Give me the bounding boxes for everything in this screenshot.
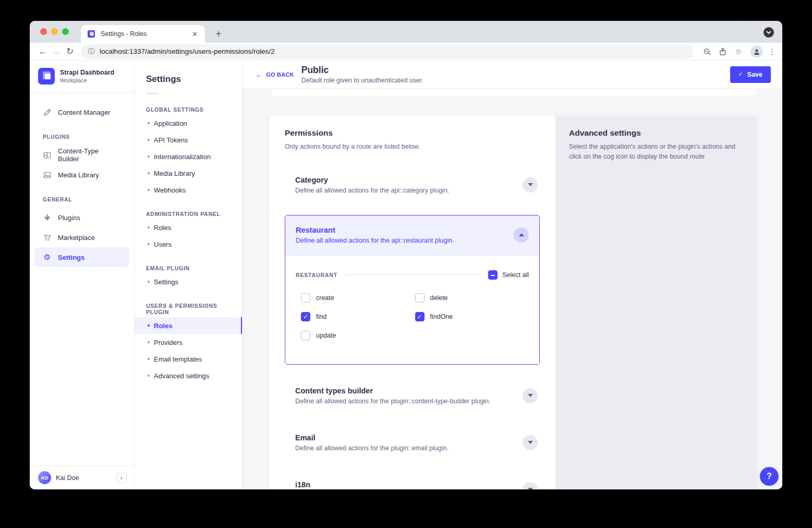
- bookmark-star-icon[interactable]: ☆: [732, 47, 745, 56]
- sidebar-item-content-manager[interactable]: Content Manager: [34, 102, 129, 122]
- collapse-sidebar-button[interactable]: ‹: [116, 473, 127, 483]
- accordion-title: Content types builder: [295, 387, 523, 395]
- chevron-down-icon: [528, 183, 533, 186]
- checkbox-create[interactable]: [301, 293, 310, 303]
- chevron-up-icon: [519, 233, 524, 236]
- site-info-icon[interactable]: ⓘ: [88, 47, 95, 56]
- subnav-item-providers[interactable]: Providers: [135, 334, 242, 351]
- permissions-checkbox-grid: create delete find: [296, 293, 529, 340]
- strapi-app: Strapi Dashboard Workplace Content Manag…: [30, 61, 782, 489]
- checkbox-delete[interactable]: [415, 293, 425, 303]
- new-tab-button[interactable]: +: [211, 27, 226, 41]
- subnav-item-up-roles[interactable]: Roles: [135, 317, 242, 334]
- tab-strip: Settings - Roles ✕ +: [30, 21, 782, 43]
- permissions-subtitle: Only actions bound by a route are listed…: [285, 142, 540, 152]
- accordion-description: Define all allowed actions for the plugi…: [295, 445, 523, 452]
- subnav-item-advanced-settings[interactable]: Advanced settings: [135, 367, 242, 384]
- gear-icon: ⚙: [43, 253, 52, 262]
- tab-close-icon[interactable]: ✕: [190, 29, 200, 39]
- browser-toolbar: ← → ↻ ⓘ localhost:1337/admin/settings/us…: [30, 43, 782, 61]
- tab-search-button[interactable]: [763, 27, 774, 38]
- puzzle-icon: [43, 213, 52, 222]
- page-header: ← GO BACK Public Default role given to u…: [243, 61, 782, 89]
- zoom-out-icon[interactable]: [700, 47, 714, 56]
- select-all-control[interactable]: Select all: [488, 270, 529, 280]
- sidebar-item-marketplace[interactable]: Marketplace: [34, 227, 129, 247]
- zoom-window-button[interactable]: [62, 28, 69, 35]
- subnav-item-internationalization[interactable]: Internationalization: [135, 148, 242, 165]
- checkbox-findone[interactable]: [415, 312, 425, 321]
- subnav-item-media-library[interactable]: Media Library: [135, 165, 242, 182]
- workspace-subtitle: Workplace: [60, 77, 114, 83]
- workspace-brand[interactable]: Strapi Dashboard Workplace: [30, 61, 134, 93]
- back-arrow-icon: ←: [256, 70, 263, 79]
- forward-button[interactable]: →: [50, 46, 63, 57]
- browser-tab[interactable]: Settings - Roles ✕: [81, 25, 205, 43]
- browser-profile-avatar[interactable]: [750, 45, 763, 58]
- main-sidebar: Strapi Dashboard Workplace Content Manag…: [30, 61, 135, 489]
- sidebar-item-label: Plugins: [58, 214, 80, 222]
- accordion-title: Email: [295, 434, 523, 442]
- browser-menu-icon[interactable]: ⋮: [768, 47, 776, 56]
- sidebar-item-label: Media Library: [58, 171, 99, 179]
- subnav-item-api-tokens[interactable]: API Tokens: [135, 131, 242, 148]
- expand-email-button[interactable]: [523, 435, 538, 450]
- minimize-window-button[interactable]: [51, 28, 58, 35]
- sidebar-item-media-library[interactable]: Media Library: [34, 165, 129, 185]
- checkbox-update[interactable]: [301, 331, 310, 340]
- expand-i18n-button[interactable]: [523, 482, 538, 489]
- expand-category-button[interactable]: [523, 177, 538, 193]
- permission-update[interactable]: update: [301, 331, 415, 340]
- page-subtitle: Default role given to unauthenticated us…: [301, 77, 423, 84]
- sidebar-item-plugins[interactable]: Plugins: [34, 208, 129, 227]
- chevron-down-icon: [528, 394, 533, 397]
- window-controls: [40, 28, 69, 35]
- image-icon: [43, 171, 52, 179]
- subnav-item-admin-roles[interactable]: Roles: [135, 219, 242, 236]
- collapse-restaurant-button[interactable]: [514, 227, 529, 243]
- address-bar[interactable]: ⓘ localhost:1337/admin/settings/users-pe…: [81, 44, 693, 59]
- checkbox-find[interactable]: [301, 312, 310, 321]
- expand-content-types-builder-button[interactable]: [523, 388, 538, 403]
- sidebar-item-settings[interactable]: ⚙ Settings: [34, 247, 129, 267]
- tab-title: Settings - Roles: [101, 30, 190, 38]
- subnav-title: Settings: [135, 61, 242, 85]
- sidebar-item-content-type-builder[interactable]: Content-Type Builder: [34, 145, 129, 165]
- accordion-description: Define all allowed actions for the api::…: [296, 237, 514, 244]
- restaurant-accordion-header[interactable]: Restaurant Define all allowed actions fo…: [285, 215, 539, 256]
- reload-button[interactable]: ↻: [63, 46, 77, 57]
- subnav-item-application[interactable]: Application: [135, 115, 242, 131]
- permission-delete[interactable]: delete: [415, 293, 529, 303]
- subnav-section-email-plugin: EMAIL PLUGIN: [135, 253, 242, 273]
- chevron-down-icon: [528, 488, 533, 489]
- permission-find[interactable]: find: [301, 312, 415, 321]
- main-content: ← GO BACK Public Default role given to u…: [243, 61, 782, 489]
- select-all-checkbox[interactable]: [488, 270, 498, 280]
- page-title: Public: [301, 65, 423, 76]
- subnav-item-webhooks[interactable]: Webhooks: [135, 182, 242, 198]
- subnav-section-administration-panel: ADMINISTRATION PANEL: [135, 198, 242, 219]
- advanced-settings-description: Select the application's actions or the …: [569, 142, 741, 162]
- subnav-item-admin-users[interactable]: Users: [135, 236, 242, 253]
- go-back-link[interactable]: ← GO BACK: [256, 70, 294, 79]
- permission-findone[interactable]: findOne: [415, 312, 529, 321]
- permission-create[interactable]: create: [301, 293, 415, 303]
- workspace-name: Strapi Dashboard: [60, 69, 114, 77]
- save-button[interactable]: ✓ Save: [730, 66, 771, 83]
- user-avatar[interactable]: KD: [38, 471, 51, 484]
- sidebar-item-label: Content Manager: [58, 109, 110, 116]
- back-button[interactable]: ←: [36, 46, 50, 57]
- check-icon: ✓: [738, 71, 743, 78]
- sidebar-item-label: Marketplace: [58, 234, 95, 242]
- share-icon[interactable]: [716, 47, 730, 56]
- close-window-button[interactable]: [40, 28, 47, 35]
- sidebar-section-general: GENERAL: [30, 185, 134, 208]
- subnav-item-email-settings[interactable]: Settings: [135, 273, 242, 290]
- accordion-title: Category: [295, 176, 523, 184]
- accordion-email: Email Define all allowed actions for the…: [285, 434, 540, 452]
- restaurant-permissions-body: RESTAURANT Select all: [285, 256, 539, 364]
- help-button[interactable]: ?: [760, 467, 779, 486]
- group-label: RESTAURANT: [296, 272, 337, 278]
- subnav-item-email-templates[interactable]: Email templates: [135, 351, 242, 367]
- scrolled-card-edge: [271, 89, 757, 97]
